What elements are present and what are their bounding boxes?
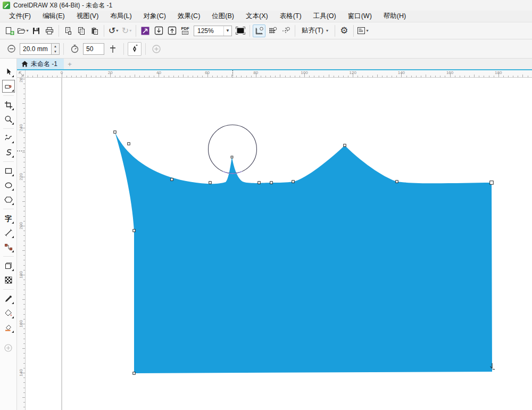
- paste-button[interactable]: [88, 24, 101, 37]
- ruler-tick: [173, 76, 174, 77]
- snap-to-dropdown[interactable]: 贴齐(T) ▾: [298, 24, 332, 37]
- menu-item-table[interactable]: 表格(T): [274, 11, 307, 22]
- ruler-tick: [382, 76, 383, 77]
- zoom-dropdown-caret[interactable]: ▼: [223, 26, 231, 36]
- customize-tool[interactable]: [2, 341, 15, 354]
- smart-fill-tool[interactable]: [2, 321, 15, 334]
- guidelines-toggle-button[interactable]: [279, 24, 292, 37]
- ruler-label: 0: [61, 70, 63, 75]
- fullscreen-preview-button[interactable]: [234, 24, 247, 37]
- ruler-tick: [23, 402, 25, 403]
- menu-item-tools[interactable]: 工具(O): [307, 11, 342, 22]
- save-button[interactable]: [30, 24, 43, 37]
- cut-button[interactable]: [62, 24, 74, 37]
- open-dropdown-caret[interactable]: ▾: [26, 28, 28, 33]
- import-button[interactable]: [152, 24, 165, 37]
- open-icon: [17, 27, 26, 35]
- menu-item-window[interactable]: 窗口(W): [342, 11, 378, 22]
- menu-item-layout[interactable]: 布局(L): [104, 11, 137, 22]
- drop-shadow-tool[interactable]: [2, 259, 15, 272]
- text-tool[interactable]: 字: [2, 212, 15, 225]
- parallel-dimension-tool[interactable]: [2, 226, 15, 239]
- menu-item-view[interactable]: 视图(V): [71, 11, 105, 22]
- smear-tool[interactable]: [2, 80, 15, 93]
- grid-toggle-button[interactable]: [266, 24, 279, 37]
- rate-input[interactable]: [83, 43, 104, 55]
- rate-button[interactable]: [68, 42, 81, 56]
- ruler-tick: [518, 76, 518, 77]
- connector-tool[interactable]: [2, 241, 15, 253]
- nib-size-input[interactable]: [20, 43, 52, 55]
- spin-down-icon[interactable]: ▼: [52, 49, 59, 54]
- color-eyedropper-tool[interactable]: [2, 292, 15, 305]
- freehand-tool[interactable]: [2, 132, 15, 144]
- open-button[interactable]: ▾: [16, 24, 29, 37]
- undo-dropdown-caret[interactable]: ▾: [116, 28, 118, 33]
- export-button[interactable]: [165, 24, 178, 37]
- menu-item-object[interactable]: 对象(C): [138, 11, 172, 22]
- ruler-tick: [222, 76, 222, 77]
- shape-node[interactable]: [490, 181, 494, 185]
- menu-item-effects[interactable]: 效果(C): [172, 11, 206, 22]
- pick-tool[interactable]: [2, 65, 15, 78]
- ruler-tick: [503, 76, 504, 77]
- shape-node[interactable]: [133, 229, 136, 232]
- drawing-canvas[interactable]: [26, 78, 532, 410]
- shape-node[interactable]: [171, 178, 173, 181]
- artistic-media-tool[interactable]: [2, 146, 15, 159]
- menu-item-help[interactable]: 帮助(H): [378, 11, 412, 22]
- shape-node[interactable]: [128, 143, 130, 145]
- rectangle-tool[interactable]: [2, 165, 15, 177]
- zoom-tool[interactable]: [2, 113, 15, 126]
- ruler-tick: [23, 94, 25, 94]
- rulers-toggle-button[interactable]: [253, 24, 265, 37]
- undo-button[interactable]: ↺ ▾: [107, 24, 120, 37]
- blue-shape[interactable]: [115, 132, 492, 373]
- separator: [3, 95, 14, 96]
- ruler-tick: [43, 76, 43, 77]
- separator: [3, 289, 14, 290]
- ellipse-tool[interactable]: [2, 179, 15, 192]
- new-tab-button[interactable]: +: [64, 59, 76, 69]
- shape-node[interactable]: [133, 372, 136, 375]
- ruler-tick: [23, 255, 25, 256]
- menu-item-bitmaps[interactable]: 位图(B): [206, 11, 240, 22]
- print-button[interactable]: [43, 24, 56, 37]
- shape-node[interactable]: [114, 131, 117, 134]
- interactive-fill-tool[interactable]: [2, 307, 15, 319]
- shape-node[interactable]: [396, 181, 398, 183]
- ruler-origin-corner[interactable]: [17, 70, 26, 78]
- transparency-tool[interactable]: [2, 274, 15, 286]
- shape-node[interactable]: [258, 182, 261, 184]
- options-button[interactable]: ⚙: [338, 24, 351, 37]
- spin-up-icon[interactable]: ▲: [52, 44, 59, 49]
- document-tab[interactable]: 未命名 -1: [17, 59, 64, 69]
- publish-pdf-button[interactable]: PDF: [179, 24, 192, 37]
- workspace-dropdown-caret[interactable]: ▾: [366, 28, 368, 33]
- ruler-tick: [300, 76, 300, 77]
- zoom-level-combobox[interactable]: 125% ▼: [194, 26, 232, 36]
- shape-node[interactable]: [231, 156, 233, 158]
- menu-item-text[interactable]: 文本(X): [240, 11, 274, 22]
- polygon-tool[interactable]: [2, 193, 15, 206]
- launch-button[interactable]: [139, 24, 152, 37]
- ruler-tick: [23, 388, 25, 388]
- workspace-panel-button[interactable]: ▾: [356, 24, 369, 37]
- redo-button[interactable]: ↻ ▾: [120, 24, 133, 37]
- shape-node[interactable]: [344, 144, 346, 147]
- crop-tool[interactable]: [2, 99, 15, 111]
- new-document-button[interactable]: [3, 24, 16, 37]
- menu-item-edit[interactable]: 编辑(E): [37, 11, 71, 22]
- shape-node[interactable]: [292, 181, 295, 183]
- rate-slider-button[interactable]: [106, 42, 120, 56]
- horizontal-ruler[interactable]: 020406080100120140160180: [26, 70, 532, 78]
- vertical-ruler[interactable]: 260240220200180160140: [17, 78, 26, 410]
- shape-node[interactable]: [209, 182, 212, 184]
- pen-pressure-button[interactable]: [128, 42, 142, 56]
- menu-item-file[interactable]: 文件(F): [3, 11, 37, 22]
- canvas-artwork[interactable]: [26, 78, 532, 410]
- nib-size-spinner[interactable]: ▲▼: [52, 43, 60, 55]
- copy-button[interactable]: [75, 24, 88, 37]
- shape-node[interactable]: [270, 182, 273, 184]
- nib-size-button[interactable]: [4, 42, 18, 56]
